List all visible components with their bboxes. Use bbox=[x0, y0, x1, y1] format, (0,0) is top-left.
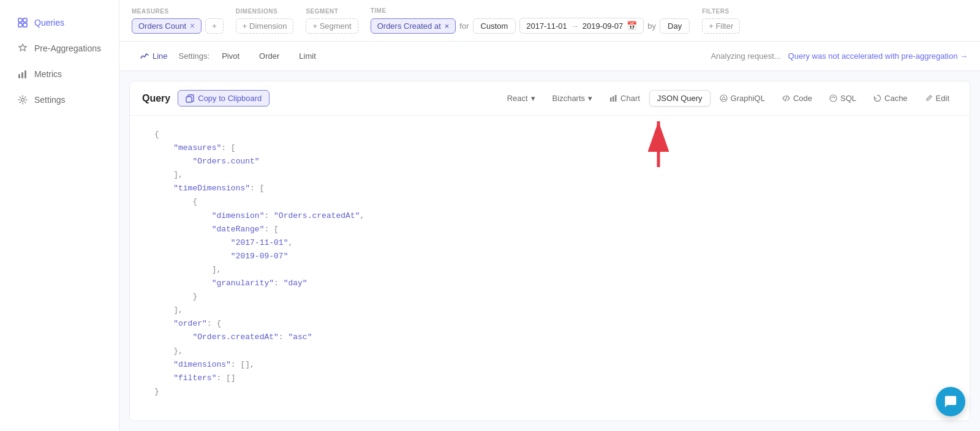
graphiql-icon bbox=[720, 94, 728, 102]
remove-measure-button[interactable]: × bbox=[190, 21, 195, 30]
granularity-label: Day bbox=[668, 21, 682, 31]
code-icon bbox=[782, 94, 790, 102]
add-dimension-button[interactable]: + Dimension bbox=[236, 18, 294, 34]
react-tab-label: React bbox=[507, 94, 528, 103]
sidebar-item-metrics-label: Metrics bbox=[34, 69, 62, 79]
tab-edit[interactable]: Edit bbox=[917, 90, 957, 107]
orders-count-label: Orders Count bbox=[138, 21, 186, 31]
chart-tab-pivot[interactable]: Pivot bbox=[213, 48, 248, 64]
sidebar: Queries Pre-Aggregations Metrics Setting… bbox=[0, 0, 119, 431]
time-label: TIME bbox=[371, 7, 690, 14]
remove-time-button[interactable]: × bbox=[445, 21, 450, 31]
sidebar-item-pre-aggregations-label: Pre-Aggregations bbox=[34, 43, 101, 53]
main-content: MEASURES Orders Count × + DIMENSIONS + D… bbox=[119, 0, 980, 431]
sql-icon bbox=[829, 94, 837, 102]
chart-tab-line[interactable]: Line bbox=[132, 48, 176, 64]
for-label: for bbox=[459, 21, 469, 31]
svg-rect-9 bbox=[186, 97, 192, 102]
custom-period-button[interactable]: Custom bbox=[473, 18, 516, 34]
sidebar-item-metrics[interactable]: Metrics bbox=[5, 62, 114, 86]
granularity-button[interactable]: Day bbox=[660, 18, 690, 34]
segment-label: SEGMENT bbox=[306, 8, 358, 15]
add-filter-label: + Filter bbox=[709, 21, 733, 31]
svg-rect-5 bbox=[21, 72, 23, 78]
svg-rect-11 bbox=[612, 96, 614, 102]
edit-tab-label: Edit bbox=[936, 94, 949, 103]
code-block: { "measures": [ "Orders.count" ], "timeD… bbox=[130, 116, 970, 421]
chart-tab-icon bbox=[609, 94, 617, 102]
sidebar-item-queries[interactable]: Queries bbox=[5, 11, 114, 34]
chat-icon bbox=[944, 395, 957, 408]
tab-bizcharts[interactable]: Bizcharts ▾ bbox=[545, 90, 600, 107]
sidebar-item-pre-aggregations[interactable]: Pre-Aggregations bbox=[5, 37, 114, 60]
svg-rect-1 bbox=[23, 18, 27, 22]
cache-icon bbox=[873, 94, 881, 102]
measures-controls: Orders Count × + bbox=[132, 18, 224, 34]
svg-rect-2 bbox=[18, 23, 22, 27]
limit-tab-label: Limit bbox=[299, 51, 315, 61]
dimensions-label: DIMENSIONS bbox=[236, 8, 294, 15]
react-dropdown-icon: ▾ bbox=[531, 94, 535, 103]
add-segment-label: + Segment bbox=[312, 21, 351, 31]
copy-to-clipboard-button[interactable]: Copy to Clipboard bbox=[178, 90, 270, 107]
calendar-icon: 📅 bbox=[627, 21, 637, 31]
svg-rect-3 bbox=[23, 23, 27, 27]
time-controls: Orders Created at × for Custom 2017-11-0… bbox=[371, 18, 690, 34]
sidebar-item-queries-label: Queries bbox=[34, 18, 64, 28]
svg-rect-4 bbox=[18, 74, 20, 78]
add-dimension-label: + Dimension bbox=[243, 21, 287, 31]
add-filter-button[interactable]: + Filter bbox=[702, 18, 740, 34]
line-tab-label: Line bbox=[153, 51, 168, 61]
chat-support-button[interactable] bbox=[936, 387, 965, 416]
filters-group: FILTERS + Filter bbox=[702, 8, 740, 34]
query-header: Query Copy to Clipboard React ▾ Bizchart… bbox=[130, 81, 970, 116]
svg-rect-10 bbox=[610, 97, 612, 102]
clipboard-icon bbox=[186, 94, 194, 103]
orders-count-tag[interactable]: Orders Count × bbox=[132, 18, 202, 34]
tab-code[interactable]: Code bbox=[774, 90, 820, 107]
date-range-picker[interactable]: 2017-11-01 → 2019-09-07 📅 bbox=[519, 18, 644, 34]
sql-tab-label: SQL bbox=[840, 94, 856, 103]
tab-json-query[interactable]: JSON Query bbox=[649, 90, 710, 107]
svg-point-7 bbox=[21, 99, 24, 102]
line-chart-icon bbox=[140, 52, 149, 61]
order-tab-label: Order bbox=[259, 51, 279, 61]
measures-label: MEASURES bbox=[132, 8, 224, 15]
cache-tab-label: Cache bbox=[884, 94, 908, 103]
chart-toolbar: Line Settings: Pivot Order Limit Analyzi… bbox=[119, 42, 980, 71]
date-end: 2019-09-07 bbox=[582, 21, 624, 31]
add-measure-button[interactable]: + bbox=[205, 18, 224, 34]
tab-chart[interactable]: Chart bbox=[601, 90, 648, 107]
sidebar-item-settings[interactable]: Settings bbox=[5, 88, 114, 111]
orders-created-at-tag[interactable]: Orders Created at × bbox=[371, 18, 456, 34]
filters-controls: + Filter bbox=[702, 18, 740, 34]
segment-group: SEGMENT + Segment bbox=[306, 8, 358, 34]
code-tab-label: Code bbox=[793, 94, 812, 103]
top-toolbar: MEASURES Orders Count × + DIMENSIONS + D… bbox=[119, 0, 980, 42]
tab-sql[interactable]: SQL bbox=[821, 90, 864, 107]
dimensions-controls: + Dimension bbox=[236, 18, 294, 34]
tab-graphiql[interactable]: GraphiQL bbox=[712, 90, 773, 107]
graphiql-tab-label: GraphiQL bbox=[731, 94, 765, 103]
chart-tab-limit[interactable]: Limit bbox=[290, 48, 324, 64]
metrics-icon bbox=[17, 69, 28, 80]
edit-icon bbox=[925, 94, 933, 102]
queries-icon bbox=[17, 17, 28, 28]
chart-tab-order[interactable]: Order bbox=[251, 48, 288, 64]
time-group: TIME Orders Created at × for Custom 2017… bbox=[371, 7, 690, 34]
bizcharts-dropdown-icon: ▾ bbox=[588, 94, 592, 103]
settings-colon-label: Settings: bbox=[179, 51, 210, 61]
pivot-tab-label: Pivot bbox=[222, 51, 239, 61]
segment-controls: + Segment bbox=[306, 18, 358, 34]
svg-rect-6 bbox=[24, 70, 26, 78]
add-segment-button[interactable]: + Segment bbox=[306, 18, 358, 34]
pre-aggregation-link[interactable]: Query was not accelerated with pre-aggre… bbox=[788, 51, 968, 61]
json-query-tab-label: JSON Query bbox=[657, 94, 703, 103]
query-section: Query Copy to Clipboard React ▾ Bizchart… bbox=[129, 81, 970, 421]
settings-icon bbox=[17, 94, 28, 105]
bizcharts-tab-label: Bizcharts bbox=[552, 94, 585, 103]
date-start: 2017-11-01 bbox=[526, 21, 567, 31]
tab-cache[interactable]: Cache bbox=[865, 90, 916, 107]
tab-react[interactable]: React ▾ bbox=[499, 90, 543, 107]
query-title: Query bbox=[142, 93, 170, 104]
